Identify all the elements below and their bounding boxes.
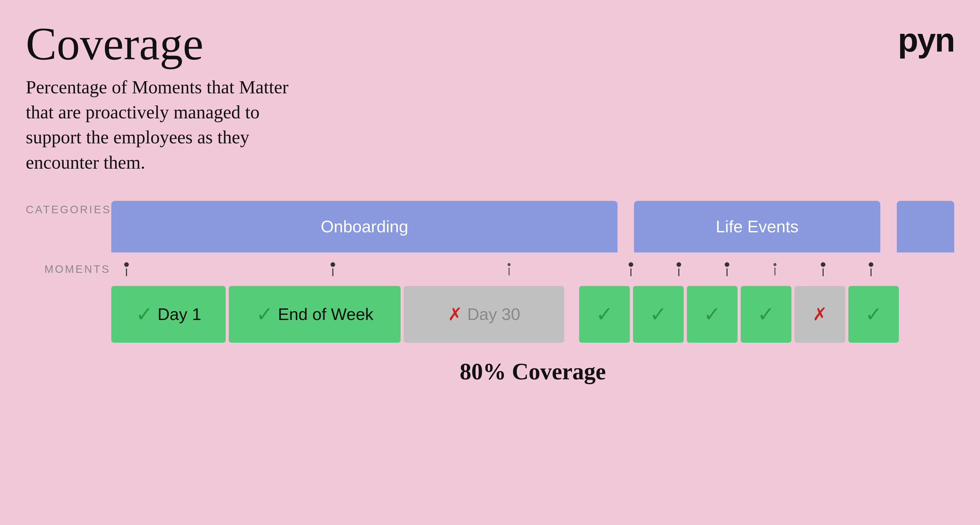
- page-title: Coverage: [26, 21, 954, 67]
- tile-s6: ✓: [848, 286, 899, 343]
- tile-s3: ✓: [687, 286, 738, 343]
- coverage-stat: 80% Coverage: [111, 358, 954, 385]
- dot-s5: [800, 262, 845, 276]
- dot-s1: [609, 262, 653, 276]
- tile-s5: ✗: [794, 286, 845, 343]
- dot-end-of-week: [243, 262, 423, 276]
- moments-dots-row: MOMENTS: [111, 252, 954, 286]
- page-container: pyn Coverage Percentage of Moments that …: [0, 0, 980, 525]
- dot-day30: [426, 263, 593, 275]
- tile-day1: ✓ Day 1: [111, 286, 226, 343]
- dot-day1: [111, 262, 240, 276]
- coverage-display: 80% Coverage: [460, 359, 606, 384]
- tile-s2: ✓: [633, 286, 684, 343]
- dot-s4: [752, 263, 797, 275]
- category-bars-row: Onboarding Life Events: [111, 201, 954, 252]
- moments-tiles-row: ✓ Day 1 ✓ End of Week ✗ Day 30 ✓: [111, 286, 954, 343]
- dot-s2: [656, 262, 701, 276]
- tile-s4: ✓: [741, 286, 791, 343]
- page-subtitle: Percentage of Moments that Matter that a…: [26, 75, 309, 175]
- check-icon-s2: ✓: [650, 302, 667, 326]
- cross-icon-day30: ✗: [448, 304, 463, 324]
- check-icon-s6: ✓: [865, 302, 882, 326]
- dot-s3: [705, 262, 749, 276]
- tile-end-of-week-label: End of Week: [278, 305, 374, 324]
- cross-icon-s5: ✗: [813, 304, 827, 324]
- check-icon-day1: ✓: [136, 302, 153, 326]
- dot-s6: [849, 262, 893, 276]
- category-extra: [897, 201, 954, 252]
- tile-day1-label: Day 1: [158, 305, 202, 324]
- check-icon-end-of-week: ✓: [256, 302, 273, 326]
- chart-area: Onboarding Life Events MOMENTS: [111, 201, 954, 385]
- check-icon-s1: ✓: [596, 302, 613, 326]
- tile-day30-label: Day 30: [467, 305, 520, 324]
- check-icon-s4: ✓: [757, 302, 775, 326]
- category-onboarding: Onboarding: [111, 201, 617, 252]
- moments-label: MOMENTS: [44, 263, 111, 275]
- tile-end-of-week: ✓ End of Week: [229, 286, 401, 343]
- categories-label: CATEGORIES: [26, 203, 111, 216]
- check-icon-s3: ✓: [703, 302, 721, 326]
- pyn-logo: pyn: [898, 21, 954, 59]
- tile-day30: ✗ Day 30: [404, 286, 564, 343]
- tile-s1: ✓: [579, 286, 630, 343]
- category-life-events: Life Events: [634, 201, 881, 252]
